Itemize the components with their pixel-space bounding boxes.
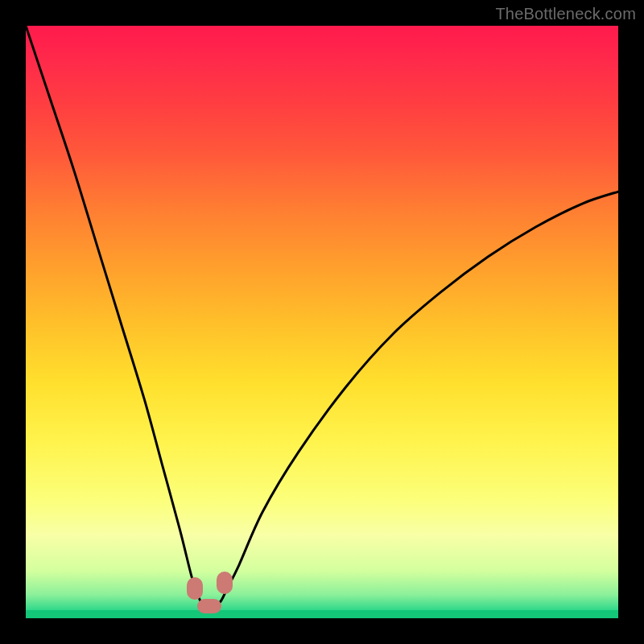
marker-min-mid: [197, 599, 221, 613]
plot-area: [26, 26, 618, 618]
marker-min-right: [217, 572, 233, 594]
outer-frame: TheBottleneck.com: [0, 0, 644, 644]
watermark-text: TheBottleneck.com: [495, 5, 636, 23]
bottleneck-curve: [26, 26, 618, 618]
marker-min-left: [187, 577, 203, 600]
